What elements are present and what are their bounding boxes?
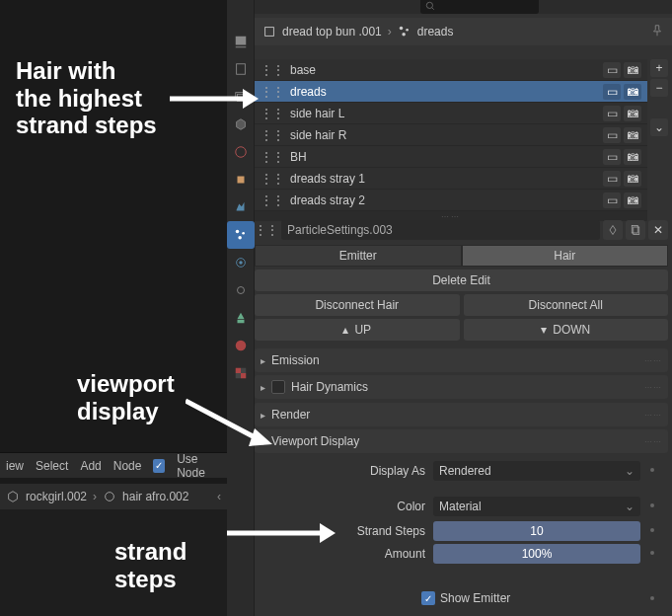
render-icon[interactable]: 📷︎ <box>624 62 641 78</box>
display-icon[interactable]: ▭ <box>603 149 621 165</box>
disconnect-all-button[interactable]: Disconnect All <box>464 294 669 316</box>
show-emitter-label: Show Emitter <box>440 591 510 605</box>
particle-icon: ⋮⋮ <box>261 150 284 164</box>
section-hair-dynamics[interactable]: ▸ Hair Dynamics ⋯⋯ <box>255 375 668 399</box>
particle-list: ⋮⋮ base ▭📷︎ ⋮⋮ dreads ▭📷︎ ⋮⋮ side hair L… <box>255 59 647 221</box>
svg-rect-13 <box>235 373 240 378</box>
particle-icon: ⋮⋮ <box>255 223 278 237</box>
remove-button[interactable]: − <box>650 79 668 97</box>
svg-marker-26 <box>249 428 272 446</box>
display-as-dropdown[interactable]: Rendered <box>433 461 640 481</box>
display-as-label: Display As <box>327 464 425 478</box>
particle-row[interactable]: ⋮⋮ base ▭📷︎ <box>255 59 647 81</box>
display-icon[interactable]: ▭ <box>603 192 621 208</box>
modifier-tab-icon[interactable] <box>227 193 255 221</box>
particle-row[interactable]: ⋮⋮ dreads stray 2 ▭📷︎ <box>255 190 647 211</box>
render-icon[interactable]: 📷︎ <box>624 192 641 208</box>
unlink-button[interactable]: ✕ <box>648 220 668 240</box>
svg-point-17 <box>400 27 404 31</box>
menu-add[interactable]: Add <box>80 459 101 473</box>
output-tab-icon[interactable] <box>227 55 255 83</box>
use-nodes-checkbox[interactable]: ✓ <box>153 459 165 473</box>
menu-view[interactable]: iew <box>6 459 24 473</box>
render-icon[interactable]: 📷︎ <box>624 171 641 187</box>
render-icon[interactable]: 📷︎ <box>624 127 641 143</box>
hair-dynamics-checkbox[interactable] <box>271 380 285 394</box>
delete-edit-button[interactable]: Delete Edit <box>255 270 668 291</box>
svg-rect-14 <box>241 373 246 378</box>
svg-marker-24 <box>243 89 259 109</box>
particle-row[interactable]: ⋮⋮ side hair L ▭📷︎ <box>255 103 647 124</box>
particle-row[interactable]: ⋮⋮ dreads ▭📷︎ <box>255 81 647 103</box>
render-icon[interactable]: 📷︎ <box>624 106 641 121</box>
render-icon[interactable]: 📷︎ <box>624 149 641 165</box>
svg-line-25 <box>186 401 257 438</box>
svg-point-10 <box>235 341 246 351</box>
search-field[interactable] <box>420 0 539 14</box>
constraint-tab-icon[interactable] <box>227 276 255 304</box>
annotation-arrow <box>227 521 336 545</box>
color-label: Color <box>327 500 425 513</box>
particle-row[interactable]: ⋮⋮ side hair R ▭📷︎ <box>255 124 647 146</box>
settings-name-field[interactable]: ParticleSettings.003 <box>281 220 600 240</box>
svg-point-19 <box>402 33 406 37</box>
display-icon[interactable]: ▭ <box>603 106 621 121</box>
section-viewport-display[interactable]: ▾ Viewport Display ⋯⋯ <box>255 429 668 453</box>
tab-emitter[interactable]: Emitter <box>255 245 462 267</box>
particle-icon: ⋮⋮ <box>261 172 284 186</box>
pin-icon[interactable] <box>650 24 664 40</box>
particle-tab-icon[interactable] <box>227 221 255 249</box>
menu-button[interactable]: ⌄ <box>650 118 668 136</box>
use-nodes-label: Use Node <box>177 452 221 480</box>
amount-slider[interactable]: 100% <box>433 544 640 564</box>
color-dropdown[interactable]: Material <box>433 497 640 516</box>
particle-row[interactable]: ⋮⋮ BH ▭📷︎ <box>255 146 647 168</box>
disconnect-hair-button[interactable]: Disconnect Hair <box>255 294 460 316</box>
display-icon[interactable]: ▭ <box>603 62 621 78</box>
show-emitter-checkbox[interactable]: ✓ <box>421 591 435 605</box>
display-icon[interactable]: ▭ <box>603 127 621 143</box>
particle-row[interactable]: ⋮⋮ dreads stray 1 ▭📷︎ <box>255 168 647 190</box>
section-emission[interactable]: ▸ Emission ⋯⋯ <box>255 348 668 372</box>
annotation-arrow <box>170 87 259 111</box>
add-button[interactable]: + <box>650 59 668 77</box>
svg-rect-12 <box>241 368 246 373</box>
new-settings-button[interactable] <box>626 220 645 240</box>
render-tab-icon[interactable] <box>227 28 255 55</box>
display-icon[interactable]: ▭ <box>603 171 621 187</box>
breadcrumb-system[interactable]: dreads <box>417 25 454 38</box>
fake-user-button[interactable] <box>603 220 623 240</box>
render-icon[interactable]: 📷︎ <box>624 84 641 100</box>
breadcrumb-object[interactable]: dread top bun .001 <box>282 25 382 38</box>
chevron-right-icon: ▸ <box>261 355 265 366</box>
menu-node[interactable]: Node <box>113 459 142 473</box>
physics-tab-icon[interactable] <box>227 249 255 276</box>
svg-rect-11 <box>235 368 240 373</box>
tab-hair[interactable]: Hair <box>462 245 669 267</box>
svg-rect-0 <box>236 64 245 75</box>
bc-item[interactable]: rockgirl.002 <box>26 490 87 503</box>
svg-point-5 <box>235 230 239 234</box>
scene-tab-icon[interactable] <box>227 111 255 138</box>
display-icon[interactable]: ▭ <box>603 84 621 100</box>
svg-point-7 <box>238 236 242 240</box>
texture-tab-icon[interactable] <box>227 359 255 387</box>
bc-item[interactable]: hair afro.002 <box>122 490 188 503</box>
particle-icon: ⋮⋮ <box>261 63 284 77</box>
material-icon <box>103 490 116 503</box>
menu-select[interactable]: Select <box>36 459 68 473</box>
world-tab-icon[interactable] <box>227 138 255 166</box>
chevron-right-icon: ▸ <box>261 382 265 393</box>
strand-steps-slider[interactable]: 10 <box>433 521 640 541</box>
section-render[interactable]: ▸ Render ⋯⋯ <box>255 403 668 426</box>
data-tab-icon[interactable] <box>227 304 255 332</box>
svg-point-22 <box>106 493 114 501</box>
up-button[interactable]: ▴UP <box>255 319 460 341</box>
annotation-text: Hair withthe higheststrand steps <box>16 57 157 139</box>
material-tab-icon[interactable] <box>227 332 255 359</box>
particle-icon: ⋮⋮ <box>261 85 284 99</box>
particle-icon: ⋮⋮ <box>261 128 284 142</box>
chevron-icon: › <box>388 25 392 38</box>
down-button[interactable]: ▾DOWN <box>464 319 669 341</box>
object-tab-icon[interactable] <box>227 166 255 193</box>
